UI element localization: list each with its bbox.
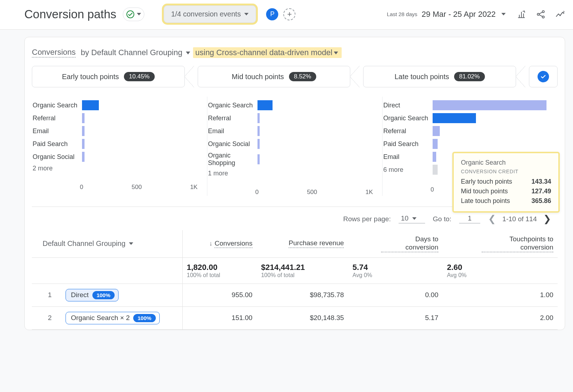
axis-tick: 500 [307, 189, 317, 196]
add-segment-button[interactable]: + [283, 8, 295, 20]
bar-label: Email [383, 153, 433, 161]
prev-page-button[interactable]: ❮ [488, 213, 496, 224]
svg-point-2 [542, 10, 544, 13]
bar-label: Organic Social [208, 140, 257, 148]
axis-tick: 1K [366, 189, 373, 196]
bar-label: Paid Search [33, 140, 82, 148]
bar-row[interactable]: Organic Social [208, 137, 376, 150]
path-chip[interactable]: Direct100% [66, 289, 119, 301]
more-row[interactable]: 1 more [208, 168, 376, 179]
bar-row[interactable]: Direct [383, 99, 551, 112]
date-range-selector[interactable]: Last 28 days 29 Mar - 25 Apr 2022 [387, 10, 506, 19]
bar-row[interactable]: Referral [383, 125, 551, 137]
bar [433, 100, 546, 110]
path-chip-pct: 100% [133, 314, 155, 322]
col-purchase-revenue[interactable]: Purchase revenue [289, 239, 344, 248]
tooltip-row: Mid touch points127.49 [461, 188, 551, 195]
axis-tick: 0 [80, 184, 83, 191]
check-icon [538, 71, 549, 82]
bar-label: Referral [33, 115, 82, 122]
tab-mid-touchpoints[interactable]: Mid touch points 8.52% [198, 66, 351, 87]
next-page-button[interactable]: ❯ [543, 213, 551, 224]
row-index: 2 [43, 314, 57, 322]
axis-tick: 1K [190, 184, 198, 191]
share-icon[interactable] [536, 9, 546, 19]
path-chip[interactable]: Organic Search × 2100% [66, 312, 160, 324]
bar-row[interactable]: Organic Search [33, 99, 201, 112]
col-days-to-conversion[interactable]: Days to conversion [381, 235, 438, 252]
checkmark-circle-icon [126, 10, 135, 19]
tab-late-pct: 81.02% [454, 72, 485, 81]
axis-tick: 500 [131, 184, 141, 191]
chevron-down-icon [137, 13, 141, 15]
bar-label: Organic Search [33, 102, 82, 109]
date-range-label: 29 Mar - 25 Apr 2022 [422, 10, 496, 19]
bar-row[interactable]: Referral [208, 112, 376, 125]
chevron-down-icon [412, 217, 416, 220]
chart-tooltip: Organic Search CONVERSION CREDIT Early t… [452, 152, 560, 213]
page-title: Conversion paths [24, 8, 116, 21]
bar-row[interactable]: Organic Shopping [208, 150, 376, 168]
table-row[interactable]: 2Organic Search × 2100%151.00$20,148.355… [32, 306, 558, 329]
status-chip[interactable] [123, 8, 144, 21]
bar-label: Organic Social [33, 153, 82, 161]
rows-per-page-select[interactable]: 10 [399, 214, 425, 223]
bar-label: Organic Shopping [208, 152, 257, 167]
total-days: 5.74 [352, 263, 438, 272]
path-chip-pct: 100% [92, 291, 115, 299]
tab-late-touchpoints[interactable]: Late touch points 81.02% [363, 66, 516, 87]
goto-input[interactable]: 1 [459, 214, 480, 223]
bar-row[interactable]: Organic Social [33, 150, 201, 163]
bar [257, 100, 273, 110]
bar [433, 113, 476, 123]
conversion-events-selector[interactable]: 1/4 conversion events [164, 5, 256, 23]
conversion-endpoint[interactable] [529, 66, 558, 87]
dimension-column-selector[interactable]: Default Channel Grouping [43, 239, 133, 248]
bar-label: Organic Search [383, 115, 433, 122]
path-chip-label: Direct [71, 291, 89, 299]
touchpoint-charts: Organic SearchReferralEmailPaid SearchOr… [32, 97, 558, 196]
more-row[interactable]: 2 more [33, 163, 201, 174]
cell-value: 1.00 [443, 284, 558, 306]
col-conversions[interactable]: ↓ Conversions [209, 239, 252, 248]
cell-value: 955.00 [182, 284, 257, 306]
chevron-down-icon [186, 52, 190, 54]
cell-value: 2.00 [443, 306, 558, 329]
col-touchpoints-to-conversion[interactable]: Touchpoints to conversion [482, 235, 553, 252]
svg-point-4 [559, 15, 560, 16]
paths-table: Default Channel Grouping ↓ Conversions [32, 230, 558, 330]
page-range-label: 1-10 of 114 [502, 215, 537, 223]
cell-value: $20,148.35 [257, 306, 348, 329]
bar-row[interactable]: Paid Search [33, 137, 201, 150]
bar [82, 126, 85, 136]
total-revenue: $214,441.21 [261, 263, 344, 272]
bar-row[interactable]: Email [208, 125, 376, 137]
tooltip-row: Early touch points143.34 [461, 178, 551, 185]
bar-label: Direct [383, 102, 433, 109]
bar-row[interactable]: Organic Search [383, 112, 551, 125]
attribution-model-selector[interactable]: using Cross-channel data-driven model [193, 47, 342, 58]
tab-early-touchpoints[interactable]: Early touch points 10.45% [32, 66, 185, 87]
dimension-selector[interactable]: by Default Channel Grouping [81, 48, 192, 57]
more-label: 2 more [33, 165, 82, 172]
cell-value: 0.00 [348, 284, 443, 306]
bar [433, 139, 437, 149]
bar-row[interactable]: Organic Search [208, 99, 376, 112]
table-row[interactable]: 1Direct100%955.00$98,735.780.001.00 [32, 284, 558, 306]
bar-label: Paid Search [383, 140, 433, 148]
bar-row[interactable]: Email [33, 125, 201, 137]
metric-selector[interactable]: Conversions [32, 48, 76, 58]
bar [82, 152, 85, 162]
bar-row[interactable]: Referral [33, 112, 201, 125]
chart-settings-icon[interactable] [516, 9, 526, 19]
goto-label: Go to: [433, 215, 452, 223]
bar [257, 154, 260, 164]
cell-value: 5.17 [348, 306, 443, 329]
top-bar: Conversion paths 1/4 conversion events P… [0, 0, 573, 30]
total-conversions: 1,820.00 [187, 263, 252, 272]
segment-badge[interactable]: P [266, 8, 278, 20]
card-heading: Conversions by Default Channel Grouping … [32, 47, 558, 58]
insights-icon[interactable] [555, 9, 565, 19]
bar-row[interactable]: Paid Search [383, 137, 551, 150]
toolbar-icons [516, 9, 565, 19]
